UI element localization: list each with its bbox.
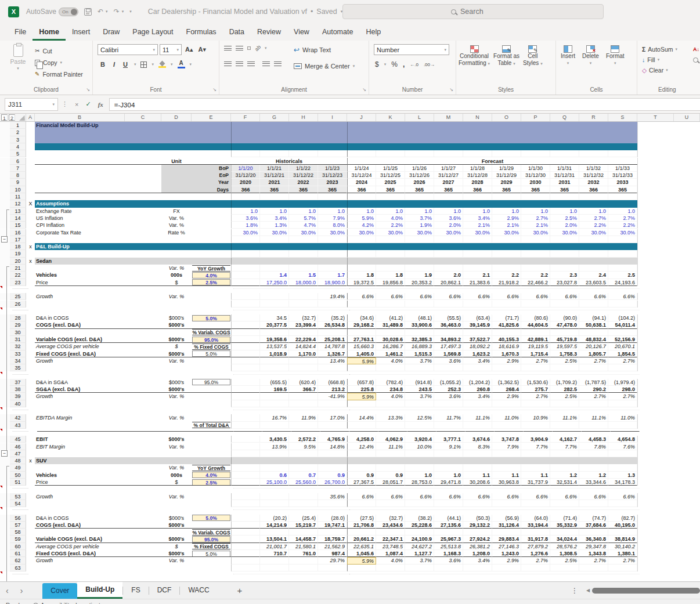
cell-R34[interactable]: 2.7% xyxy=(579,357,608,364)
cell-O21[interactable] xyxy=(492,265,521,272)
cell-A49[interactable] xyxy=(26,464,35,471)
cell-N11[interactable] xyxy=(463,193,492,200)
cell-Q59[interactable]: 34,024.4 xyxy=(550,536,579,542)
cell-S40[interactable] xyxy=(608,400,637,407)
cell-K5[interactable] xyxy=(376,150,405,157)
column-header-O[interactable]: O xyxy=(492,114,521,121)
cell-B14[interactable]: US Inflation xyxy=(35,215,125,222)
cell-R11[interactable] xyxy=(579,193,608,200)
cell-U7[interactable] xyxy=(674,165,700,172)
cell-G46[interactable]: 13.9% xyxy=(260,443,289,450)
cell-R25[interactable]: 6.6% xyxy=(579,293,608,300)
cell-J23[interactable]: 19,372.5 xyxy=(347,279,376,286)
cell-L41[interactable]: 4,883.3 xyxy=(407,410,436,410)
cell-Q45[interactable]: 4,162.7 xyxy=(550,436,579,443)
cell-J33[interactable]: 1,405.0 xyxy=(347,350,376,357)
cell-P37[interactable]: (1,530.6) xyxy=(521,379,550,386)
cell-I27[interactable]: 26,570.0 xyxy=(320,310,349,310)
cell-E42[interactable] xyxy=(192,414,231,421)
cell-J25[interactable]: 6.6% xyxy=(347,293,376,300)
cell-styles-button[interactable]: ✎ Cell Styles ▾ xyxy=(523,45,543,67)
cell-E16[interactable] xyxy=(192,229,231,236)
cell-F33[interactable] xyxy=(231,350,260,357)
cell-G31[interactable]: 19,358.6 xyxy=(260,336,289,343)
cell-P19[interactable] xyxy=(521,250,550,257)
cell-S31[interactable]: 52,156.9 xyxy=(608,336,637,343)
borders-button[interactable] xyxy=(140,62,147,68)
cell-J41[interactable]: 4,950.4 xyxy=(349,410,378,410)
decrease-decimal-button[interactable]: .00→ xyxy=(424,62,435,67)
cell-O54[interactable] xyxy=(492,500,521,507)
cell-E45[interactable] xyxy=(192,436,231,443)
cell-F63[interactable] xyxy=(231,565,260,572)
cell-G59[interactable]: 13,504.1 xyxy=(260,536,289,542)
paste-button[interactable]: Paste ▾ xyxy=(5,44,31,71)
cell-M23[interactable]: 20,862.1 xyxy=(434,279,463,286)
cell-Q17[interactable] xyxy=(550,236,579,243)
cell-C58[interactable] xyxy=(125,529,161,536)
cell-T37[interactable] xyxy=(637,379,674,386)
cell-D51[interactable]: $ xyxy=(161,479,192,486)
cell-U9[interactable] xyxy=(674,179,700,186)
cell-P40[interactable] xyxy=(521,400,550,407)
cell-P59[interactable]: 31,917.8 xyxy=(521,536,550,542)
cell-R44[interactable]: (1,881.5) xyxy=(582,431,611,432)
outline-level-1[interactable]: 1 xyxy=(1,114,8,121)
section-band[interactable]: SUV xyxy=(35,457,231,464)
cell-H60[interactable]: 21,580.1 xyxy=(289,543,318,550)
cell-R7[interactable]: 1/1/32 xyxy=(579,165,608,172)
column-header-L[interactable]: L xyxy=(405,114,434,121)
cell-R27[interactable]: 50,732.2 xyxy=(582,310,611,310)
cell-Q31[interactable]: 45,719.8 xyxy=(550,336,579,343)
cell-R29[interactable]: 50,638.1 xyxy=(579,321,608,328)
cell-K49[interactable] xyxy=(376,464,405,471)
cell-S8[interactable]: 31/12/33 xyxy=(608,172,637,179)
cell-J62[interactable]: 5.9% xyxy=(347,557,376,564)
cell-E29[interactable] xyxy=(192,321,231,328)
cell-J49[interactable] xyxy=(347,464,376,471)
cell-P41[interactable]: 5,516.1 xyxy=(524,410,553,410)
row-header-62[interactable]: 62 xyxy=(10,557,26,564)
section-band[interactable] xyxy=(231,129,347,136)
cell-O64[interactable]: 1,595.5 xyxy=(495,574,524,574)
cell-O50[interactable]: 1.1 xyxy=(492,472,521,479)
column-header-Q[interactable]: Q xyxy=(550,114,579,121)
cell-T10[interactable] xyxy=(637,186,674,193)
cell-T23[interactable] xyxy=(637,279,674,286)
cell-C54[interactable] xyxy=(125,500,161,507)
cell-K54[interactable] xyxy=(376,500,405,507)
cell-H29[interactable]: 23,399.4 xyxy=(289,321,318,328)
cell-N53[interactable]: 6.6% xyxy=(463,493,492,500)
cell-U8[interactable] xyxy=(674,172,700,179)
cell-H16[interactable]: 30.0% xyxy=(289,229,318,236)
cell-A59[interactable] xyxy=(26,536,35,542)
font-size-select[interactable]: 11▾ xyxy=(160,44,182,55)
cell-D25[interactable]: Var. % xyxy=(161,293,192,300)
section-band[interactable] xyxy=(347,200,637,207)
cell-U40[interactable] xyxy=(674,400,700,407)
cell-S10[interactable]: 365 xyxy=(608,186,637,193)
cell-Q33[interactable]: 1,758.3 xyxy=(550,350,579,357)
cell-C46[interactable] xyxy=(125,443,161,450)
cell-R32[interactable]: 20,126.7 xyxy=(579,343,608,350)
cell-S58[interactable] xyxy=(608,529,637,536)
cell-L59[interactable]: 24,100.9 xyxy=(405,536,434,542)
cell-Q63[interactable] xyxy=(550,565,579,572)
menu-tab-help[interactable]: Help xyxy=(359,24,387,41)
input-cell-E61[interactable]: 5.0% xyxy=(192,551,230,557)
add-sheet-button[interactable]: + xyxy=(237,585,243,595)
cell-G44[interactable]: (690.0) xyxy=(262,431,291,432)
cell-O57[interactable]: 31,126.4 xyxy=(492,522,521,529)
cell-N49[interactable] xyxy=(463,464,492,471)
cell-U63[interactable] xyxy=(674,565,700,572)
cell-R55[interactable]: 37,759.3 xyxy=(582,509,611,510)
cell-U61[interactable] xyxy=(674,550,700,557)
cell-A20[interactable]: x xyxy=(26,258,35,265)
cell-O61[interactable]: 1,243.0 xyxy=(492,550,521,557)
cell-I10[interactable]: 365 xyxy=(318,186,347,193)
row-header-26[interactable]: 26 xyxy=(10,301,26,308)
cell-B35[interactable] xyxy=(35,364,125,371)
cell-G54[interactable] xyxy=(260,500,289,507)
save-button[interactable] xyxy=(84,8,92,16)
cell-Q61[interactable]: 1,308.5 xyxy=(550,550,579,557)
